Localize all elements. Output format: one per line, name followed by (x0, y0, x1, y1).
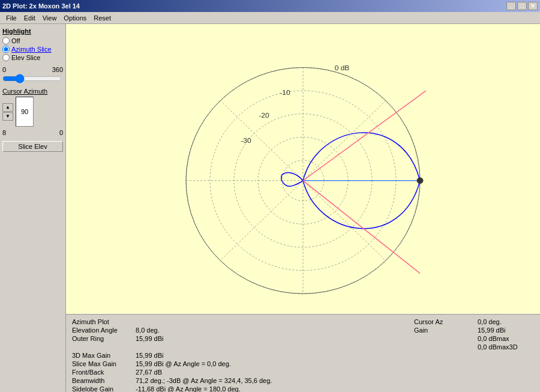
azimuth-slider-container (2, 74, 63, 84)
status-3dmax-label: 3D Max Gain (72, 352, 132, 359)
azimuth-slider[interactable] (2, 74, 62, 83)
svg-text:0 dB: 0 dB (335, 64, 350, 71)
status-cursor-az-label: Cursor Az (414, 318, 474, 325)
cursor-value-display: 90 (16, 97, 34, 127)
status-cursor-az-value: 0,0 deg. (478, 318, 502, 325)
menu-edit[interactable]: Edit (20, 13, 39, 23)
status-slicemax-value: 15,99 dBi @ Az Angle = 0,0 deg. (136, 360, 231, 367)
slider-section: 0 360 (2, 66, 63, 84)
radio-elev-label: Elev Slice (11, 54, 40, 61)
status-row-cursor-az: Cursor Az 0,0 deg. (414, 318, 534, 325)
svg-text:-10: -10 (280, 88, 290, 96)
cursor-az-value: 90 (21, 108, 28, 115)
left-panel: Highlight Off Azimuth Slice Elev Slice 0… (0, 24, 66, 392)
cursor-left-val: 8 (2, 129, 6, 136)
status-elev-label: Elevation Angle (72, 327, 132, 334)
status-row-outerring: Outer Ring 15,99 dBi (72, 335, 402, 342)
maximize-button[interactable]: □ (517, 2, 527, 10)
status-fb-label: Front/Back (72, 369, 132, 376)
status-dbmax-value: 0,0 dBmax (478, 335, 509, 342)
close-button[interactable]: ✕ (528, 2, 538, 10)
cursor-right-val: 0 (59, 129, 63, 136)
status-outerring-value: 15,99 dBi (136, 335, 163, 342)
status-azimuth-label: Azimuth Plot (72, 318, 132, 325)
slice-elev-button[interactable]: Slice Elev (2, 141, 63, 152)
status-row-dbmax3d: 0,0 dBmax3D (414, 343, 534, 351)
status-slicemax-label: Slice Max Gain (72, 360, 132, 367)
status-left-col: Azimuth Plot Elevation Angle 8,0 deg. Ou… (72, 318, 402, 388)
status-row-empty (72, 343, 402, 351)
radio-off-label: Off (11, 37, 20, 44)
status-row-fb: Front/Back 27,67 dB (72, 369, 402, 376)
radio-azimuth[interactable]: Azimuth Slice (2, 46, 63, 53)
status-cursor-gain-value: 15,99 dBi (478, 327, 505, 334)
menu-bar: File Edit View Options Reset (0, 12, 540, 24)
plot-svg: 0 dB -10 -20 -30 (66, 24, 540, 314)
radio-elev[interactable]: Elev Slice (2, 54, 63, 61)
status-dbmax-label (414, 335, 474, 342)
status-outerring-label: Outer Ring (72, 335, 132, 342)
cursor-up-button[interactable]: ▲ (2, 103, 13, 112)
status-row-3dmax: 3D Max Gain 15,99 dBi (72, 352, 402, 359)
radio-elev-input[interactable] (2, 54, 10, 61)
radio-off[interactable]: Off (2, 37, 63, 44)
menu-reset[interactable]: Reset (90, 13, 115, 23)
status-3dmax-value: 15,99 dBi (136, 352, 163, 359)
svg-text:-30: -30 (241, 136, 251, 144)
status-beamwidth-label: Beamwidth (72, 377, 132, 384)
status-row-dbmax: 0,0 dBmax (414, 335, 534, 342)
minimize-button[interactable]: _ (506, 2, 516, 10)
radio-off-input[interactable] (2, 37, 10, 44)
status-dbmax3d-value: 0,0 dBmax3D (478, 343, 518, 351)
status-row-slicemax: Slice Max Gain 15,99 dBi @ Az Angle = 0,… (72, 360, 402, 367)
radio-azimuth-label: Azimuth Slice (11, 46, 52, 53)
status-right-col: Cursor Az 0,0 deg. Gain 15,99 dBi 0,0 dB… (414, 318, 534, 388)
cursor-updown: ▲ ▼ (2, 103, 13, 121)
menu-options[interactable]: Options (60, 13, 90, 23)
menu-file[interactable]: File (2, 13, 20, 23)
status-row-elev: Elevation Angle 8,0 deg. (72, 327, 402, 334)
slider-max: 360 (52, 66, 63, 73)
status-row-sidelobe: Sidelobe Gain -11,68 dBi @ Az Angle = 18… (72, 385, 402, 392)
slider-min: 0 (2, 66, 6, 73)
window-controls: _ □ ✕ (506, 2, 538, 10)
cursor-label: Cursor Azimuth (2, 88, 63, 95)
status-cursor-gain-label: Gain (414, 327, 474, 334)
title-bar: 2D Plot: 2x Moxon 3el 14 _ □ ✕ (0, 0, 540, 12)
status-row-cursor-gain: Gain 15,99 dBi (414, 327, 534, 334)
cursor-section: Cursor Azimuth ▲ ▼ 90 8 0 (2, 88, 63, 136)
status-sidelobe-value: -11,68 dBi @ Az Angle = 180,0 deg. (136, 385, 241, 392)
status-row-azimuth: Azimuth Plot (72, 318, 402, 325)
highlight-label: Highlight (2, 28, 63, 35)
status-bar: Azimuth Plot Elevation Angle 8,0 deg. Ou… (66, 314, 540, 392)
status-beamwidth-value: 71,2 deg.; -3dB @ Az Angle = 324,4, 35,6… (136, 377, 272, 384)
status-elev-value: 8,0 deg. (136, 327, 160, 334)
radio-azimuth-input[interactable] (2, 46, 10, 53)
cursor-down-button[interactable]: ▼ (2, 112, 13, 121)
status-sidelobe-label: Sidelobe Gain (72, 385, 132, 392)
main-container: Highlight Off Azimuth Slice Elev Slice 0… (0, 24, 540, 392)
menu-view[interactable]: View (39, 13, 61, 23)
status-dbmax3d-label (414, 343, 474, 351)
status-fb-value: 27,67 dB (136, 369, 162, 376)
window-title: 2D Plot: 2x Moxon 3el 14 (2, 2, 80, 10)
status-row-beamwidth: Beamwidth 71,2 deg.; -3dB @ Az Angle = 3… (72, 377, 402, 384)
svg-text:-20: -20 (259, 112, 269, 119)
plot-area: * Total Field EZNEC+ 14,15 MHz (66, 24, 540, 314)
svg-point-16 (417, 178, 423, 184)
